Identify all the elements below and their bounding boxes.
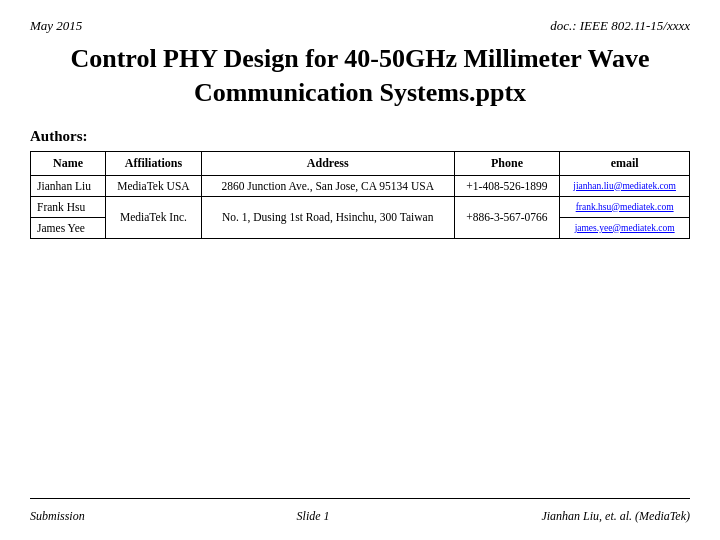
cell-name-3: James Yee <box>31 217 106 238</box>
col-header-address: Address <box>201 151 454 175</box>
cell-affiliation-2: MediaTek Inc. <box>106 196 202 238</box>
authors-table: Name Affiliations Address Phone email Ji… <box>30 151 690 239</box>
page-title: Control PHY Design for 40-50GHz Millimet… <box>30 42 690 110</box>
cell-phone-2: +886-3-567-0766 <box>454 196 560 238</box>
table-header-row: Name Affiliations Address Phone email <box>31 151 690 175</box>
footer-slide: Slide 1 <box>297 509 330 524</box>
col-header-email: email <box>560 151 690 175</box>
table-row: Frank Hsu MediaTek Inc. No. 1, Dusing 1s… <box>31 196 690 217</box>
authors-label: Authors: <box>30 128 690 145</box>
page: May 2015 doc.: IEEE 802.11-15/xxxx Contr… <box>0 0 720 540</box>
cell-address-1: 2860 Junction Ave., San Jose, CA 95134 U… <box>201 175 454 196</box>
cell-name-2: Frank Hsu <box>31 196 106 217</box>
header-date: May 2015 <box>30 18 82 34</box>
header: May 2015 doc.: IEEE 802.11-15/xxxx <box>30 18 690 34</box>
footer-author: Jianhan Liu, et. al. (MediaTek) <box>541 509 690 524</box>
cell-address-2: No. 1, Dusing 1st Road, Hsinchu, 300 Tai… <box>201 196 454 238</box>
cell-affiliation-1: MediaTek USA <box>106 175 202 196</box>
title-section: Control PHY Design for 40-50GHz Millimet… <box>30 42 690 110</box>
col-header-name: Name <box>31 151 106 175</box>
header-doc: doc.: IEEE 802.11-15/xxxx <box>550 18 690 34</box>
cell-email-1: jianhan.liu@mediatek.com <box>560 175 690 196</box>
cell-email-2: frank.hsu@mediatek.com <box>560 196 690 217</box>
cell-phone-1: +1-408-526-1899 <box>454 175 560 196</box>
cell-name-1: Jianhan Liu <box>31 175 106 196</box>
footer-submission: Submission <box>30 509 85 524</box>
col-header-phone: Phone <box>454 151 560 175</box>
table-row: Jianhan Liu MediaTek USA 2860 Junction A… <box>31 175 690 196</box>
col-header-affiliations: Affiliations <box>106 151 202 175</box>
footer: Submission Slide 1 Jianhan Liu, et. al. … <box>30 498 690 524</box>
cell-email-3: james.yee@mediatek.com <box>560 217 690 238</box>
